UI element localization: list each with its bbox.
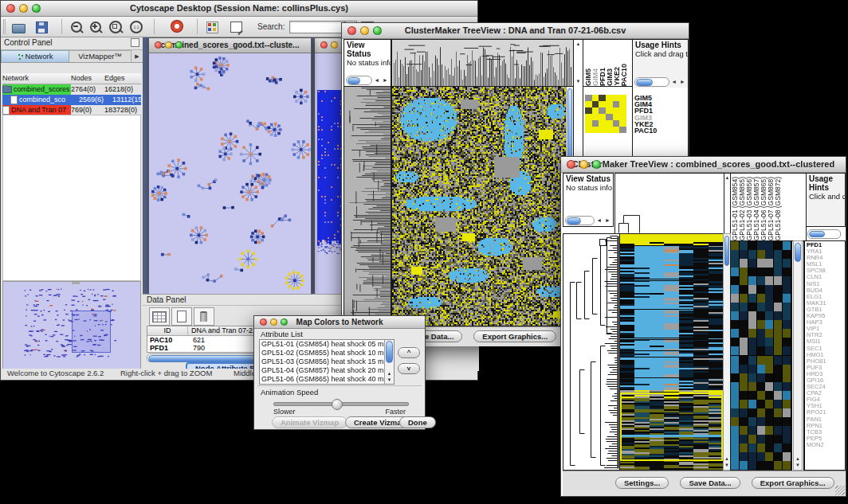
- tv1-heatmap[interactable]: [391, 86, 574, 326]
- birdseye-canvas[interactable]: [3, 283, 140, 368]
- tv1-column-dendrogram[interactable]: [391, 39, 574, 87]
- minimize-icon[interactable]: [19, 4, 28, 13]
- matrix-cell: [613, 127, 620, 133]
- gene-label: MON2: [807, 442, 845, 448]
- zoom-fit-icon[interactable]: [109, 19, 125, 34]
- vizmapper-icon[interactable]: [206, 19, 222, 34]
- tv2-zoom-panel[interactable]: [730, 240, 792, 471]
- network-view-1-canvas[interactable]: [149, 53, 311, 294]
- map-dialog-titlebar[interactable]: Map Colors to Network: [254, 316, 425, 329]
- close-icon[interactable]: [260, 318, 267, 326]
- tv2-action-button[interactable]: Save Data...: [680, 477, 740, 489]
- tv1-status-scrollbar[interactable]: ◄ ►: [346, 76, 389, 84]
- matrix-cell: [592, 95, 599, 101]
- tv2-action-button[interactable]: Settings...: [615, 477, 669, 489]
- splitter-handle-icon[interactable]: [72, 282, 80, 284]
- matrix-cell: [599, 114, 606, 120]
- attribute-list-item[interactable]: GPL51-02 (GSM855) heat shock 10 min: [260, 349, 394, 357]
- matrix-cell: [619, 120, 626, 127]
- attribute-list-scrollbar[interactable]: ▲▼: [384, 340, 394, 384]
- open-file-icon[interactable]: [12, 19, 28, 34]
- matrix-cell: [619, 95, 626, 101]
- treeview1-titlebar[interactable]: ClusterMaker TreeView : DNA and Tran 07-…: [342, 23, 689, 39]
- matrix-cell: [613, 107, 620, 114]
- annotation-icon[interactable]: [230, 19, 246, 34]
- zoom-actual-icon[interactable]: 1:1: [130, 19, 146, 34]
- save-icon[interactable]: [36, 19, 52, 34]
- network-window-1-titlebar[interactable]: combined_scores_good.txt--cluste...: [149, 38, 311, 53]
- network-doc-icon: [2, 106, 10, 115]
- matrix-cell: [606, 101, 613, 107]
- close-icon[interactable]: [6, 4, 15, 13]
- network-table-header[interactable]: Network Nodes Edges: [2, 73, 141, 84]
- tv1-usage-scrollbar[interactable]: ◄ ►: [634, 77, 686, 86]
- tab-network[interactable]: Network: [1, 50, 69, 62]
- resize-grip-icon[interactable]: [835, 486, 845, 495]
- zoom-window-icon[interactable]: [373, 26, 382, 35]
- treeview2-titlebar[interactable]: ClusterMaker TreeView : combined_scores_…: [561, 157, 846, 173]
- treeview2-window: ClusterMaker TreeView : combined_scores_…: [560, 156, 846, 497]
- minimize-icon[interactable]: [165, 41, 172, 49]
- cytoscape-title: Cytoscape Desktop (Session Name: collins…: [130, 3, 348, 13]
- done-button[interactable]: Done: [399, 416, 436, 428]
- window-controls: [567, 160, 601, 169]
- attribute-list-item[interactable]: GPL51-07 (GSM868) heat shock 60 min: [260, 384, 394, 385]
- tv2-heatmap[interactable]: [619, 233, 724, 471]
- attribute-listbox[interactable]: GPL51-01 (GSM854) heat shock 05 minGPL51…: [259, 339, 395, 385]
- attribute-list-item[interactable]: GPL51-06 (GSM865) heat shock 40 min: [260, 375, 394, 384]
- search-input[interactable]: [289, 21, 345, 33]
- zoom-window-icon[interactable]: [175, 41, 183, 49]
- tab-vizmapper[interactable]: VizMapper™: [69, 50, 132, 62]
- minimize-icon[interactable]: [270, 318, 277, 326]
- zoom-in-icon[interactable]: [90, 19, 106, 34]
- zoom-window-icon[interactable]: [32, 4, 41, 13]
- matrix-cell: [606, 114, 613, 120]
- attribute-list-item[interactable]: GPL51-03 (GSM856) heat shock 15 min: [260, 357, 394, 366]
- minimize-icon[interactable]: [579, 160, 588, 169]
- matrix-cell: [599, 107, 606, 114]
- close-icon[interactable]: [320, 41, 328, 49]
- tv1-summary-matrix[interactable]: [585, 95, 626, 133]
- move-up-button[interactable]: ^: [398, 347, 420, 358]
- row-label: PAC10: [634, 127, 688, 134]
- birdseye-panel[interactable]: [2, 281, 141, 370]
- close-icon[interactable]: [347, 26, 356, 35]
- tv1-row-dendrogram[interactable]: [344, 86, 391, 326]
- delete-attribute-trash-icon[interactable]: [194, 307, 214, 326]
- minimize-icon[interactable]: [331, 41, 338, 49]
- tab-overflow-button[interactable]: ▶: [132, 50, 143, 62]
- window-controls: [155, 41, 183, 49]
- close-icon[interactable]: [567, 160, 575, 169]
- matrix-cell: [599, 101, 606, 107]
- tv2-gene-labels: PFD1YRA1RNR4MSL1SPC98CLN1NIS1BUD4ELG1MAK…: [803, 240, 846, 471]
- animate-vizmap-button[interactable]: Animate Vizmap: [272, 416, 347, 428]
- move-down-button[interactable]: v: [398, 363, 420, 374]
- table-select-icon[interactable]: [149, 307, 170, 326]
- matrix-cell: [606, 127, 613, 133]
- tv2-usage-scrollbar[interactable]: [807, 229, 841, 239]
- minimize-icon[interactable]: [360, 26, 369, 35]
- tv2-gene-scrollbar[interactable]: ▲▼: [793, 240, 803, 471]
- zoom-window-icon[interactable]: [592, 160, 601, 169]
- animation-speed-slider[interactable]: [273, 402, 409, 406]
- cytoscape-titlebar[interactable]: Cytoscape Desktop (Session Name: collins…: [1, 1, 477, 17]
- zoom-out-icon[interactable]: [71, 19, 87, 34]
- network-row-selected[interactable]: combined_sco 2569(6) 13112(15): [2, 95, 141, 105]
- tv2-action-button[interactable]: Export Graphics...: [752, 477, 834, 489]
- tv2-status-scrollbar[interactable]: ◄ ►: [565, 216, 611, 225]
- col-header-id[interactable]: ID: [147, 326, 188, 335]
- attribute-list-item[interactable]: GPL51-01 (GSM854) heat shock 05 min: [260, 340, 394, 349]
- matrix-cell: [585, 101, 592, 107]
- tv2-column-dendrogram[interactable]: [614, 173, 724, 234]
- attribute-list-item[interactable]: GPL51-04 (GSM857) heat shock 20 min: [260, 366, 394, 375]
- tv1-action-button[interactable]: Export Graphics...: [473, 330, 556, 342]
- close-icon[interactable]: [155, 41, 162, 49]
- tv2-row-dendrogram[interactable]: [563, 233, 620, 471]
- float-panel-icon[interactable]: [131, 38, 139, 47]
- new-attribute-icon[interactable]: [171, 307, 192, 326]
- help-lifering-icon[interactable]: [171, 19, 187, 34]
- slider-thumb[interactable]: [332, 399, 343, 410]
- zoom-window-icon[interactable]: [281, 318, 288, 326]
- matrix-cell: [613, 95, 620, 101]
- network-row[interactable]: combined_scores 2764(0) 16218(0): [2, 84, 141, 95]
